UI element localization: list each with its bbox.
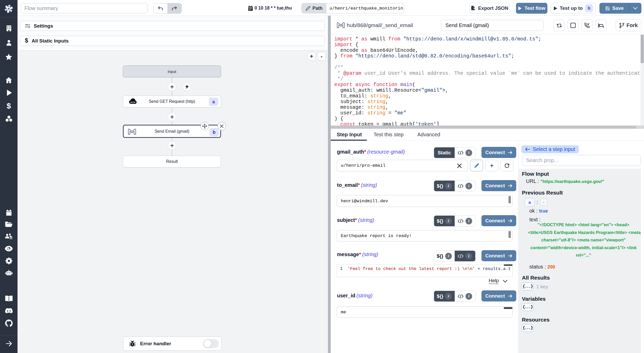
svg-text:HTTP: HTTP (130, 101, 135, 104)
